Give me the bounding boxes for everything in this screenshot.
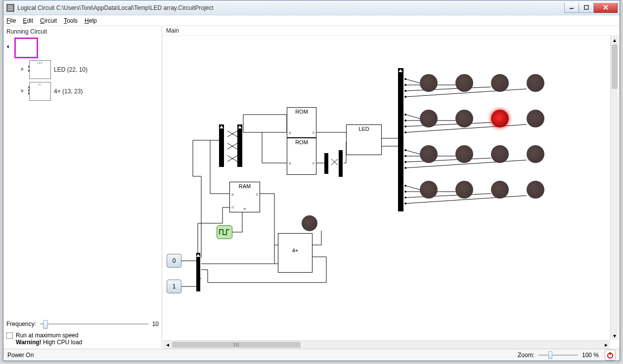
rom1-chip[interactable]: ROM a d [287,107,316,138]
svg-line-58 [405,122,491,126]
close-button[interactable] [594,3,618,13]
zoom-value: 100 % [582,352,599,359]
menu-help[interactable]: Help [85,17,97,24]
grid-led-r3c1[interactable] [455,181,473,199]
svg-point-81 [404,191,406,193]
power-button[interactable] [605,350,616,361]
svg-rect-1 [584,5,588,9]
main-panel: Main [162,26,620,349]
hscroll-thumb[interactable] [172,342,301,348]
body: Running Circuit LED LED (22, 10) [3,26,620,349]
svg-line-64 [405,186,420,190]
sidebar: Running Circuit LED LED (22, 10) [3,26,162,349]
svg-point-75 [404,131,406,133]
grid-led-r0c0[interactable] [420,74,438,92]
minimize-button[interactable] [564,3,579,13]
svg-point-76 [404,149,406,151]
statusbar: Power On Zoom: 100 % [3,349,620,361]
sidebar-header: Running Circuit [6,28,159,35]
tree-label: 4+ (13, 23) [54,88,83,95]
splitter-const[interactable] [196,253,200,291]
expander-icon[interactable] [7,45,12,50]
scroll-left-arrow[interactable]: ◂ [163,341,172,349]
horizontal-scrollbar[interactable]: ◂ ▸ [163,340,610,349]
menu-tools[interactable]: Tools [64,17,78,24]
clock-source[interactable] [217,225,232,239]
grid-led-r2c1[interactable] [455,145,473,163]
grid-led-r3c3[interactable] [527,181,544,199]
tree-row-adder[interactable]: 4+ 4+ (13, 23) [6,81,159,102]
grid-led-r0c1[interactable] [455,74,473,92]
svg-line-56 [405,115,420,119]
svg-point-71 [404,96,406,98]
tree-row-root[interactable] [6,37,159,59]
zoom-label: Zoom: [518,352,534,359]
main-header: Main [162,26,620,35]
grid-led-r1c1[interactable] [455,110,473,127]
grid-led-r2c3[interactable] [527,145,544,163]
scroll-down-arrow[interactable]: ▾ [611,331,619,340]
titlebar[interactable]: Logical Circuit C:\Users\Toni\AppData\Lo… [3,0,620,15]
circuit-thumb-led[interactable]: LED [29,60,51,79]
menu-file[interactable]: File [6,17,16,24]
frequency-slider[interactable] [40,320,148,328]
svg-point-70 [404,90,406,92]
vscroll-thumb[interactable] [612,44,618,89]
max-speed-warning: Warning! High CPU load [6,339,159,346]
grid-led-r1c2[interactable] [491,110,509,127]
svg-point-72 [404,114,406,116]
svg-line-62 [405,158,491,162]
grid-led-r3c2[interactable] [491,181,509,199]
sidebar-controls: Frequency: 10 Run at maximum speed Warni… [6,316,159,346]
splitter-small-a[interactable] [324,153,328,174]
grid-led-r2c2[interactable] [491,145,509,163]
menu-circuit[interactable]: Circuit [40,17,57,24]
adder-chip[interactable]: 4+ [278,233,312,273]
splitter-small-b[interactable] [339,150,343,177]
splitter-left-a[interactable] [219,124,224,167]
splitter-left-b[interactable] [237,124,242,167]
constant-0-button[interactable]: 0 [167,254,181,268]
app-icon [6,4,14,12]
probe-led[interactable] [302,215,317,231]
expander-icon[interactable] [21,67,26,72]
grid-led-r2c0[interactable] [420,145,438,163]
power-icon [606,351,614,359]
maximize-button[interactable] [579,3,594,13]
led-chip[interactable]: LED [346,124,382,155]
frequency-value: 10 [152,321,159,327]
max-speed-row: Run at maximum speed [6,332,159,339]
grid-led-r1c0[interactable] [420,110,438,127]
scroll-right-arrow[interactable]: ▸ [602,341,610,349]
frequency-row: Frequency: 10 [6,320,159,328]
svg-line-66 [405,194,491,198]
square-wave-icon [219,229,230,236]
expander-icon[interactable] [21,89,26,94]
circuit-tree[interactable]: LED LED (22, 10) 4+ 4+ (13, 23) [6,37,159,316]
zoom-slider[interactable] [538,352,578,359]
constant-1-button[interactable]: 1 [167,280,181,293]
ram-chip[interactable]: RAM a d d w [229,182,260,212]
grid-led-r0c2[interactable] [491,74,509,92]
svg-point-74 [404,125,406,127]
svg-point-83 [404,202,406,204]
splitter-output[interactable] [398,68,403,211]
circuit-thumb-adder[interactable]: 4+ [29,82,51,101]
vertical-scrollbar[interactable]: ▴ ▾ [610,36,619,340]
window-title: Logical Circuit C:\Users\Toni\AppData\Lo… [17,4,564,11]
svg-point-78 [404,161,406,163]
grid-led-r1c3[interactable] [527,110,544,127]
circuit-canvas[interactable]: ROM a d ROM a d LED RAM a [163,36,619,340]
menu-edit[interactable]: Edit [23,17,33,24]
svg-line-54 [405,87,491,91]
rom2-chip[interactable]: ROM a d [287,138,316,175]
svg-point-82 [404,197,406,199]
tree-row-led[interactable]: LED LED (22, 10) [6,59,159,81]
grid-led-r0c3[interactable] [527,74,544,92]
svg-point-80 [404,185,406,187]
max-speed-checkbox[interactable] [6,332,13,339]
circuit-thumb-main[interactable] [15,39,37,57]
grid-led-r3c0[interactable] [420,181,438,199]
canvas-wrap: ROM a d ROM a d LED RAM a [163,35,619,349]
scroll-up-arrow[interactable]: ▴ [611,36,619,44]
